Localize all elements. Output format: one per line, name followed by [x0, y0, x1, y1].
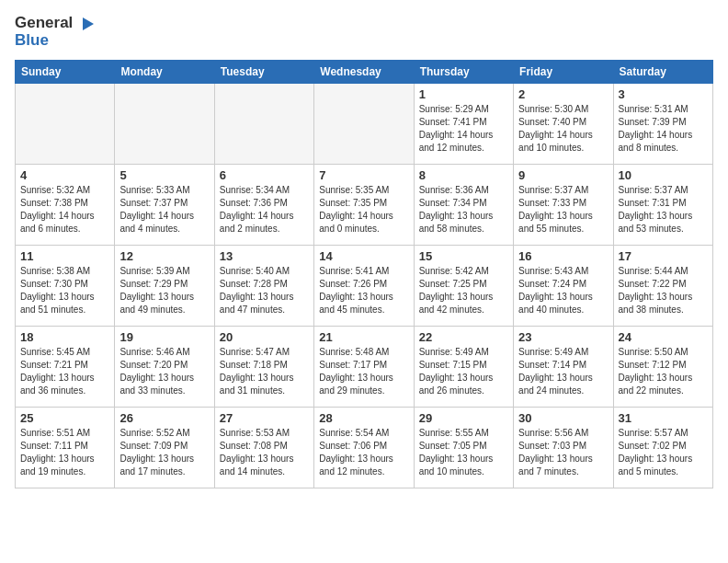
day-info: Sunrise: 5:46 AMSunset: 7:20 PMDaylight:… — [119, 346, 209, 397]
day-number: 3 — [619, 87, 708, 101]
day-info: Sunrise: 5:37 AMSunset: 7:33 PMDaylight:… — [518, 184, 608, 236]
week-row-4: 18Sunrise: 5:45 AMSunset: 7:21 PMDayligh… — [16, 327, 713, 408]
day-info: Sunrise: 5:30 AMSunset: 7:40 PMDaylight:… — [518, 103, 608, 155]
day-info: Sunrise: 5:44 AMSunset: 7:22 PMDaylight:… — [619, 265, 708, 316]
calendar-cell — [314, 84, 414, 165]
day-number: 31 — [619, 411, 708, 425]
day-number: 16 — [518, 249, 608, 263]
day-number: 1 — [419, 87, 508, 101]
logo-blue: Blue — [15, 31, 49, 49]
calendar-cell: 8Sunrise: 5:36 AMSunset: 7:34 PMDaylight… — [414, 165, 513, 246]
day-number: 26 — [119, 411, 209, 425]
day-number: 12 — [119, 249, 209, 263]
calendar-cell: 2Sunrise: 5:30 AMSunset: 7:40 PMDaylight… — [514, 84, 613, 165]
day-info: Sunrise: 5:32 AMSunset: 7:38 PMDaylight:… — [20, 184, 109, 236]
day-info: Sunrise: 5:52 AMSunset: 7:09 PMDaylight:… — [119, 427, 209, 478]
day-info: Sunrise: 5:42 AMSunset: 7:25 PMDaylight:… — [419, 265, 508, 316]
calendar-cell: 9Sunrise: 5:37 AMSunset: 7:33 PMDaylight… — [514, 165, 613, 246]
day-info: Sunrise: 5:57 AMSunset: 7:02 PMDaylight:… — [619, 427, 708, 478]
weekday-header-sunday: Sunday — [16, 61, 115, 84]
calendar-cell: 21Sunrise: 5:48 AMSunset: 7:17 PMDayligh… — [314, 327, 414, 408]
day-info: Sunrise: 5:31 AMSunset: 7:39 PMDaylight:… — [619, 103, 708, 155]
calendar-cell: 6Sunrise: 5:34 AMSunset: 7:36 PMDaylight… — [214, 165, 313, 246]
calendar-cell: 1Sunrise: 5:29 AMSunset: 7:41 PMDaylight… — [414, 84, 513, 165]
weekday-header-friday: Friday — [514, 61, 613, 84]
svg-marker-0 — [83, 17, 94, 30]
calendar-cell: 22Sunrise: 5:49 AMSunset: 7:15 PMDayligh… — [414, 327, 513, 408]
day-number: 22 — [419, 330, 508, 344]
calendar-cell: 14Sunrise: 5:41 AMSunset: 7:26 PMDayligh… — [314, 246, 414, 327]
calendar-cell: 20Sunrise: 5:47 AMSunset: 7:18 PMDayligh… — [214, 327, 313, 408]
day-info: Sunrise: 5:48 AMSunset: 7:17 PMDaylight:… — [319, 346, 408, 397]
day-number: 5 — [119, 168, 209, 182]
day-number: 14 — [319, 249, 408, 263]
day-info: Sunrise: 5:39 AMSunset: 7:29 PMDaylight:… — [119, 265, 209, 316]
calendar-cell: 27Sunrise: 5:53 AMSunset: 7:08 PMDayligh… — [214, 408, 313, 488]
day-number: 7 — [319, 168, 408, 182]
calendar-cell: 18Sunrise: 5:45 AMSunset: 7:21 PMDayligh… — [16, 327, 115, 408]
calendar-cell — [115, 84, 214, 165]
weekday-header-thursday: Thursday — [414, 61, 513, 84]
day-number: 6 — [220, 168, 309, 182]
calendar-cell: 7Sunrise: 5:35 AMSunset: 7:35 PMDaylight… — [314, 165, 414, 246]
day-number: 20 — [220, 330, 309, 344]
weekday-header-monday: Monday — [115, 61, 214, 84]
day-info: Sunrise: 5:34 AMSunset: 7:36 PMDaylight:… — [220, 184, 309, 236]
week-row-5: 25Sunrise: 5:51 AMSunset: 7:11 PMDayligh… — [16, 408, 713, 488]
day-info: Sunrise: 5:47 AMSunset: 7:18 PMDaylight:… — [220, 346, 309, 397]
day-info: Sunrise: 5:45 AMSunset: 7:21 PMDaylight:… — [20, 346, 109, 397]
weekday-header-tuesday: Tuesday — [214, 61, 313, 84]
day-number: 27 — [220, 411, 309, 425]
calendar-cell: 31Sunrise: 5:57 AMSunset: 7:02 PMDayligh… — [613, 408, 712, 488]
calendar-table: SundayMondayTuesdayWednesdayThursdayFrid… — [15, 60, 713, 488]
day-info: Sunrise: 5:29 AMSunset: 7:41 PMDaylight:… — [419, 103, 508, 155]
weekday-header-saturday: Saturday — [613, 61, 712, 84]
day-number: 9 — [518, 168, 608, 182]
logo-arrow-icon — [79, 16, 96, 32]
logo: General Blue — [15, 15, 96, 49]
day-number: 19 — [119, 330, 209, 344]
day-number: 8 — [419, 168, 508, 182]
day-number: 11 — [20, 249, 109, 263]
calendar-cell: 11Sunrise: 5:38 AMSunset: 7:30 PMDayligh… — [16, 246, 115, 327]
day-info: Sunrise: 5:33 AMSunset: 7:37 PMDaylight:… — [119, 184, 209, 236]
day-info: Sunrise: 5:55 AMSunset: 7:05 PMDaylight:… — [419, 427, 508, 478]
calendar-cell: 5Sunrise: 5:33 AMSunset: 7:37 PMDaylight… — [115, 165, 214, 246]
day-info: Sunrise: 5:49 AMSunset: 7:14 PMDaylight:… — [518, 346, 608, 397]
day-info: Sunrise: 5:51 AMSunset: 7:11 PMDaylight:… — [20, 427, 109, 478]
day-number: 28 — [319, 411, 408, 425]
calendar-cell: 17Sunrise: 5:44 AMSunset: 7:22 PMDayligh… — [613, 246, 712, 327]
day-number: 25 — [20, 411, 109, 425]
week-row-3: 11Sunrise: 5:38 AMSunset: 7:30 PMDayligh… — [16, 246, 713, 327]
week-row-2: 4Sunrise: 5:32 AMSunset: 7:38 PMDaylight… — [16, 165, 713, 246]
day-info: Sunrise: 5:38 AMSunset: 7:30 PMDaylight:… — [20, 265, 109, 316]
day-number: 17 — [619, 249, 708, 263]
calendar-cell: 29Sunrise: 5:55 AMSunset: 7:05 PMDayligh… — [414, 408, 513, 488]
weekday-header-wednesday: Wednesday — [314, 61, 414, 84]
day-number: 15 — [419, 249, 508, 263]
calendar-cell: 13Sunrise: 5:40 AMSunset: 7:28 PMDayligh… — [214, 246, 313, 327]
calendar-cell — [214, 84, 313, 165]
calendar-cell: 23Sunrise: 5:49 AMSunset: 7:14 PMDayligh… — [514, 327, 613, 408]
day-info: Sunrise: 5:41 AMSunset: 7:26 PMDaylight:… — [319, 265, 408, 316]
day-info: Sunrise: 5:49 AMSunset: 7:15 PMDaylight:… — [419, 346, 508, 397]
day-number: 4 — [20, 168, 109, 182]
day-number: 18 — [20, 330, 109, 344]
day-info: Sunrise: 5:50 AMSunset: 7:12 PMDaylight:… — [619, 346, 708, 397]
calendar-cell: 16Sunrise: 5:43 AMSunset: 7:24 PMDayligh… — [514, 246, 613, 327]
day-number: 24 — [619, 330, 708, 344]
calendar-cell: 12Sunrise: 5:39 AMSunset: 7:29 PMDayligh… — [115, 246, 214, 327]
day-info: Sunrise: 5:35 AMSunset: 7:35 PMDaylight:… — [319, 184, 408, 236]
calendar-cell: 10Sunrise: 5:37 AMSunset: 7:31 PMDayligh… — [613, 165, 712, 246]
day-info: Sunrise: 5:53 AMSunset: 7:08 PMDaylight:… — [220, 427, 309, 478]
calendar-cell: 3Sunrise: 5:31 AMSunset: 7:39 PMDaylight… — [613, 84, 712, 165]
day-number: 2 — [518, 87, 608, 101]
day-info: Sunrise: 5:37 AMSunset: 7:31 PMDaylight:… — [619, 184, 708, 236]
week-row-1: 1Sunrise: 5:29 AMSunset: 7:41 PMDaylight… — [16, 84, 713, 165]
logo-general: General — [15, 14, 73, 31]
calendar-cell: 15Sunrise: 5:42 AMSunset: 7:25 PMDayligh… — [414, 246, 513, 327]
calendar-cell: 26Sunrise: 5:52 AMSunset: 7:09 PMDayligh… — [115, 408, 214, 488]
logo-text: General Blue — [15, 15, 96, 49]
calendar-cell: 24Sunrise: 5:50 AMSunset: 7:12 PMDayligh… — [613, 327, 712, 408]
day-info: Sunrise: 5:43 AMSunset: 7:24 PMDaylight:… — [518, 265, 608, 316]
